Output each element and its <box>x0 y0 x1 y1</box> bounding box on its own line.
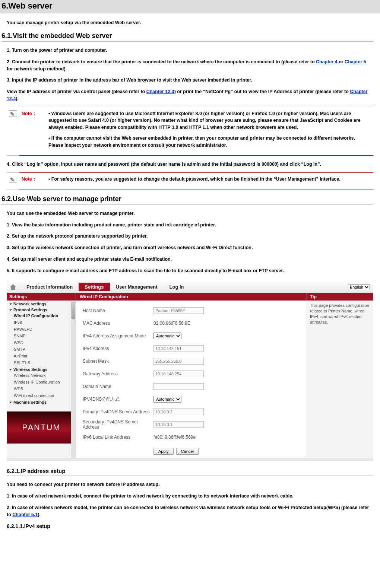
sidebar-item[interactable]: RAW/LPD <box>7 326 76 333</box>
sidebar-group[interactable]: ▼Protocol Settings <box>7 306 76 312</box>
language-select[interactable]: English <box>348 284 370 290</box>
field-input[interactable] <box>153 345 204 352</box>
link-chapter-4[interactable]: Chapter 4 <box>316 59 338 64</box>
sidebar-item[interactable]: SSL/TLS <box>7 359 76 366</box>
form-row: Subnet Mask <box>83 355 300 368</box>
form-row: IPv6 Local Link Addressfe80::8:86ff:fef6… <box>83 431 300 444</box>
panel-title: Wired IP Configuration <box>76 293 307 301</box>
sidebar-item[interactable]: Wired IP Configuration <box>7 312 76 319</box>
field-label: IPv4 Address Assignment Mode <box>83 333 153 339</box>
apply-button[interactable]: Apply <box>153 448 174 455</box>
cancel-button[interactable]: Cancel <box>176 448 199 455</box>
step-text: 3. Input the IP address of printer in th… <box>7 77 373 84</box>
triangle-down-icon: ▼ <box>9 401 13 404</box>
field-label: IPV4DNS分配方式 <box>83 396 153 403</box>
step-text: 1. In case of wired network model, conne… <box>7 493 373 500</box>
text: ). <box>38 512 41 517</box>
field-label: MAC Address <box>83 321 153 326</box>
text: ) or print the “NetConf Pg” out to view … <box>174 89 350 94</box>
field-value: fe80::8:86ff:fef6:569e <box>153 435 196 440</box>
sidebar-item[interactable]: SNMP <box>7 333 76 339</box>
webui-sidebar: Settings ▼Network settings▼Protocol Sett… <box>7 293 76 458</box>
sidebar-item[interactable]: WPS <box>7 385 76 392</box>
sidebar-item[interactable]: WSD <box>7 339 76 346</box>
tip-title: Tip <box>307 293 373 301</box>
field-input[interactable] <box>153 307 204 314</box>
field-label: Gateway Address <box>83 371 153 376</box>
field-input[interactable] <box>153 421 204 428</box>
brand-logo: PANTUM <box>7 411 76 444</box>
note-label-cell: Note： <box>19 173 46 190</box>
form-row: IPV4DNS分配方式Automatic <box>83 393 300 406</box>
field-label: Primary IPv4DNS Server Address <box>83 409 153 414</box>
form-row: Domain Name <box>83 380 300 393</box>
tab-product-info[interactable]: Product Information <box>20 283 79 291</box>
tip-body: This page provides configuration related… <box>307 301 373 327</box>
step-text: 2. Connect the printer to network to ens… <box>7 58 373 73</box>
field-select[interactable]: Automatic <box>153 333 181 339</box>
webui-topbar: Product Information Settings User Manage… <box>7 281 373 293</box>
step-text: 1. View the basic information including … <box>7 222 373 229</box>
text: or <box>338 59 345 64</box>
language-selector[interactable]: English <box>348 284 370 290</box>
triangle-down-icon: ▼ <box>9 368 13 371</box>
form-area: Host NameMAC Address02:00:96:F6:56:9EIPv… <box>76 301 307 446</box>
step-text: 1. Turn on the power of printer and comp… <box>7 47 373 54</box>
step-text: View the IP address of printer via contr… <box>7 88 373 102</box>
sidebar-item[interactable]: WiFi direct connection <box>7 392 76 399</box>
step-text: 3. Set up the wireless network connectio… <box>7 244 373 251</box>
field-input[interactable] <box>153 358 204 365</box>
divider <box>7 476 373 476</box>
tab-log-in[interactable]: Log in <box>164 283 190 291</box>
link-chapter-5-1[interactable]: Chapter 5.1 <box>12 512 38 517</box>
note-box: Note： • Windows users are suggested to u… <box>7 107 373 156</box>
field-select[interactable]: Automatic <box>153 396 181 403</box>
webui-statusbar <box>7 458 373 461</box>
field-input[interactable] <box>153 371 204 377</box>
heading-6-2-1: 6.2.1.IP address setup <box>7 468 373 474</box>
body-text: You need to connect your printer to netw… <box>7 481 373 488</box>
step-text: 5. It supports to configure e-mail addre… <box>7 267 373 274</box>
sidebar-item[interactable]: AirPrint <box>7 353 76 359</box>
step-text: 4. Click “Log in” option, input user nam… <box>7 161 373 168</box>
field-label: IPv6 Local Link Address <box>83 435 153 440</box>
note-label: Note： <box>22 177 37 182</box>
tip-panel: Tip This page provides configuration rel… <box>307 293 373 458</box>
divider <box>1 204 373 205</box>
link-chapter-12-3[interactable]: Chapter 12.3 <box>146 89 174 94</box>
sidebar-group[interactable]: ▼Machine settings <box>7 399 76 405</box>
form-row: Secondary IPv4DNS Server Address <box>83 418 300 431</box>
sidebar-item[interactable]: IPv6 <box>7 319 76 326</box>
note-label: Note： <box>22 111 37 116</box>
text: View the IP address of printer via contr… <box>7 89 146 94</box>
step-text: 2. In case of wireless network model, th… <box>7 504 373 518</box>
field-label: Domain Name <box>83 384 153 389</box>
sidebar-group[interactable]: ▼Network settings <box>7 301 76 306</box>
note-body: • For safety reasons, you are suggested … <box>46 173 373 190</box>
field-value: 02:00:96:F6:56:9E <box>153 321 190 326</box>
sidebar-group[interactable]: ▼Wireless Settings <box>7 366 76 372</box>
field-label: Subnet Mask <box>83 359 153 364</box>
sidebar-item[interactable]: Wireless IP Configuration <box>7 379 76 385</box>
body-text: You can use the embedded Web server to m… <box>7 210 373 217</box>
heading-6-2: 6.2.Use Web server to manage printer <box>1 195 373 203</box>
home-icon[interactable] <box>10 284 16 290</box>
webui-figure: Product Information Settings User Manage… <box>7 281 373 461</box>
form-row: Host Name <box>83 304 300 317</box>
sidebar-item[interactable]: SMTP <box>7 346 76 353</box>
sidebar-title: Settings <box>7 293 76 301</box>
link-chapter-5[interactable]: Chapter 5 <box>345 59 366 64</box>
sidebar-scrollbar[interactable] <box>71 301 76 458</box>
field-input[interactable] <box>153 383 204 390</box>
note-bullet: • For safety reasons, you are suggested … <box>48 176 371 183</box>
field-input[interactable] <box>153 409 204 415</box>
divider <box>1 41 373 42</box>
note-label-cell: Note： <box>19 107 46 156</box>
form-buttons: Apply Cancel <box>76 446 307 458</box>
scroll-thumb[interactable] <box>72 302 75 319</box>
sidebar-item[interactable]: Wireless Network <box>7 372 76 379</box>
tab-settings[interactable]: Settings <box>79 283 110 291</box>
form-row: IPv4 Address Assignment ModeAutomatic <box>83 330 300 342</box>
tab-user-management[interactable]: User Management <box>110 283 164 291</box>
step-text: 2. Set up the network protocol parameter… <box>7 233 373 240</box>
